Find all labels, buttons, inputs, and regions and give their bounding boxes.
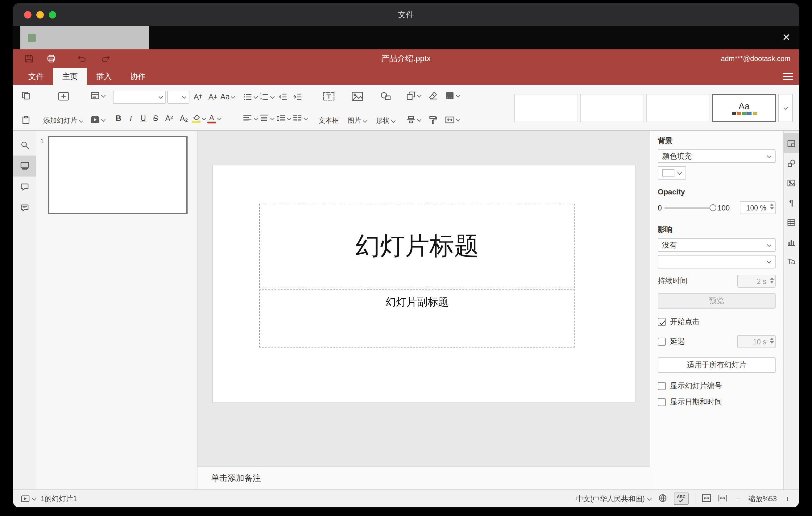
theme-tile[interactable] — [580, 93, 644, 122]
zoom-out-button[interactable]: − — [734, 494, 742, 504]
copy-style-button[interactable] — [427, 112, 440, 127]
insert-shape-button[interactable]: 形状 — [373, 88, 399, 127]
shape-settings-button[interactable] — [784, 153, 799, 173]
italic-button[interactable]: I — [125, 111, 136, 126]
image-settings-button[interactable] — [784, 173, 799, 193]
background-color-select[interactable] — [658, 166, 686, 180]
slide-layout-button[interactable] — [90, 88, 106, 103]
slide[interactable]: 幻灯片标题 幻灯片副标题 — [213, 165, 635, 402]
color-scheme-button[interactable] — [445, 88, 461, 103]
minimize-traffic-button[interactable] — [36, 11, 44, 18]
effect-type-select[interactable] — [658, 255, 776, 268]
tab-file[interactable]: 文件 — [19, 68, 53, 85]
print-button[interactable] — [44, 52, 59, 65]
comments-panel-button[interactable] — [13, 176, 36, 198]
redo-button[interactable] — [98, 52, 113, 65]
undo-button[interactable] — [75, 52, 89, 65]
copy-button[interactable] — [19, 88, 33, 103]
stepper-icon[interactable] — [770, 277, 774, 283]
chevron-down-icon — [101, 118, 106, 122]
tab-home[interactable]: 主页 — [53, 68, 87, 85]
decrease-indent-button[interactable] — [276, 89, 290, 104]
opacity-slider-knob[interactable] — [709, 204, 716, 211]
decrease-font-button[interactable] — [205, 89, 219, 104]
fit-slide-button[interactable] — [701, 493, 712, 504]
start-slideshow-button[interactable] — [90, 112, 106, 127]
slide-size-button[interactable] — [445, 112, 461, 127]
numbering-button[interactable]: 12 — [259, 89, 275, 104]
table-settings-button[interactable] — [784, 212, 799, 232]
slide-thumbnail[interactable] — [48, 136, 187, 214]
close-icon[interactable]: ✕ — [782, 33, 790, 42]
spellcheck-icon: ABC — [677, 495, 686, 499]
chart-settings-button[interactable] — [784, 232, 799, 252]
tab-insert[interactable]: 插入 — [87, 68, 121, 85]
zoom-in-button[interactable]: + — [783, 494, 792, 504]
paragraph-settings-button[interactable]: ¶ — [784, 193, 799, 212]
hamburger-menu-icon[interactable] — [783, 73, 793, 80]
apply-all-button[interactable]: 适用于所有幻灯片 — [658, 357, 776, 373]
show-date-checkbox[interactable] — [658, 398, 666, 406]
theme-tile[interactable] — [646, 93, 710, 122]
arrange-button[interactable] — [406, 88, 422, 103]
show-slide-number-checkbox[interactable] — [658, 382, 666, 390]
slide-subtitle-placeholder[interactable]: 幻灯片副标题 — [259, 289, 575, 347]
horizontal-align-button[interactable] — [243, 111, 258, 126]
opacity-slider[interactable] — [664, 207, 715, 208]
align-shapes-button[interactable] — [406, 112, 422, 127]
background-fill-select[interactable]: 颜色填充 — [658, 149, 776, 163]
print-icon — [46, 54, 56, 64]
start-on-click-checkbox[interactable] — [658, 318, 666, 326]
columns-button[interactable] — [293, 111, 308, 126]
highlight-color-button[interactable] — [192, 111, 206, 126]
line-spacing-button[interactable] — [276, 111, 292, 126]
save-button[interactable] — [22, 52, 36, 65]
slide-settings-button[interactable] — [784, 133, 799, 153]
chat-panel-button[interactable] — [13, 198, 36, 219]
tab-collaboration[interactable]: 协作 — [121, 68, 155, 85]
add-slide-button[interactable]: 添加幻灯片 — [40, 88, 86, 127]
start-slideshow-status-button[interactable] — [20, 494, 36, 503]
increase-font-button[interactable] — [191, 89, 204, 104]
textart-settings-button[interactable]: Ta — [784, 252, 799, 271]
theme-tile-selected[interactable]: Aa — [712, 93, 776, 122]
font-size-select[interactable] — [167, 90, 190, 104]
slides-panel-button[interactable] — [13, 155, 36, 176]
language-select[interactable]: 中文(中华人民共和国) — [576, 494, 651, 503]
set-language-button[interactable] — [658, 493, 668, 504]
delay-label: 延迟 — [670, 336, 685, 347]
theme-tile[interactable] — [514, 93, 578, 122]
delay-checkbox[interactable] — [658, 338, 666, 346]
font-name-select[interactable] — [113, 90, 166, 104]
preview-button[interactable]: 预览 — [658, 293, 776, 309]
increase-indent-button[interactable] — [291, 89, 304, 104]
search-panel-button[interactable] — [13, 135, 36, 155]
stepper-icon[interactable] — [770, 204, 774, 210]
decrease-indent-icon — [278, 92, 288, 102]
vertical-align-button[interactable] — [259, 111, 275, 126]
underline-button[interactable]: U — [138, 111, 149, 126]
change-case-button[interactable]: Aa — [220, 89, 235, 104]
subscript-button[interactable]: A₂ — [177, 111, 191, 126]
theme-gallery-expand-button[interactable] — [778, 93, 793, 122]
maximize-traffic-button[interactable] — [49, 11, 56, 18]
stepper-icon[interactable] — [770, 338, 774, 344]
slide-title-placeholder[interactable]: 幻灯片标题 — [259, 204, 575, 288]
tab-bar: 文件 主页 插入 协作 — [13, 68, 799, 85]
left-rail — [13, 131, 36, 489]
slide-thumbnail-number: 1 — [38, 136, 48, 214]
effect-select[interactable]: 没有 — [658, 238, 776, 252]
textbox-button[interactable]: 文本框 — [316, 88, 342, 127]
notes-area[interactable]: 单击添加备注 — [198, 466, 650, 489]
font-color-button[interactable]: A — [207, 111, 222, 126]
clear-style-button[interactable] — [427, 88, 440, 103]
paste-button[interactable] — [19, 112, 33, 127]
bold-button[interactable]: B — [113, 111, 124, 126]
fit-width-button[interactable] — [718, 493, 727, 504]
spellcheck-button[interactable]: ABC — [674, 492, 689, 505]
bullets-button[interactable] — [243, 89, 258, 104]
superscript-button[interactable]: A² — [162, 111, 176, 126]
close-traffic-button[interactable] — [24, 11, 31, 18]
insert-image-button[interactable]: 图片 — [345, 88, 371, 127]
strikethrough-button[interactable]: S — [150, 111, 161, 126]
